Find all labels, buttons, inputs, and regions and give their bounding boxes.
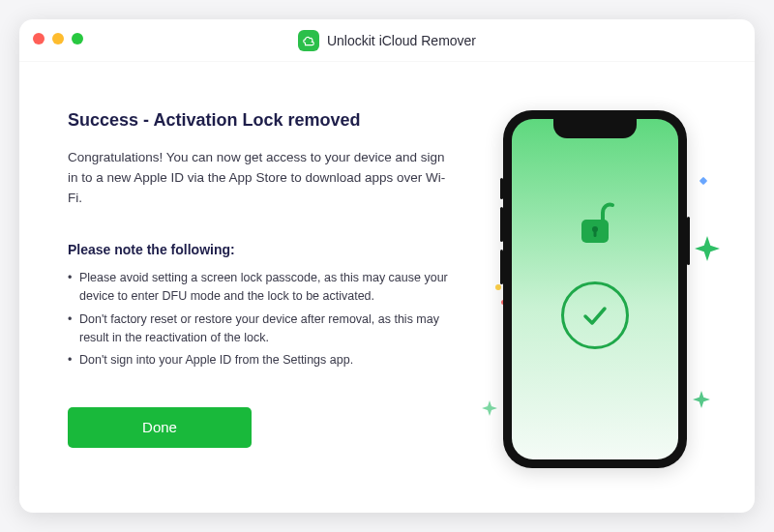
unlock-icon — [574, 200, 616, 252]
sparkle-icon — [695, 236, 720, 261]
app-logo-icon — [298, 30, 319, 51]
illustration-panel — [474, 110, 716, 474]
app-title: Unlockit iCloud Remover — [327, 33, 476, 48]
done-button[interactable]: Done — [68, 407, 252, 448]
phone-notch-icon — [553, 119, 637, 138]
page-title: Success - Activation Lock removed — [68, 110, 455, 131]
list-item: Don't factory reset or restore your devi… — [68, 310, 455, 348]
notes-list: Please avoid setting a screen lock passc… — [68, 269, 455, 374]
sparkle-icon — [482, 400, 497, 416]
list-item: Don't sign into your Apple ID from the S… — [68, 351, 455, 369]
minimize-icon[interactable] — [52, 33, 64, 44]
notes-heading: Please note the following: — [68, 242, 455, 257]
list-item: Please avoid setting a screen lock passc… — [68, 269, 455, 307]
maximize-icon[interactable] — [72, 33, 83, 44]
window-controls — [33, 33, 83, 44]
success-message: Congratulations! You can now get access … — [68, 148, 455, 209]
content-area: Success - Activation Lock removed Congra… — [19, 62, 755, 513]
phone-illustration — [503, 110, 687, 468]
titlebar: Unlockit iCloud Remover — [19, 19, 755, 62]
close-icon[interactable] — [33, 33, 45, 44]
phone-button-icon — [500, 178, 503, 199]
confetti-icon — [700, 177, 707, 185]
message-panel: Success - Activation Lock removed Congra… — [68, 110, 455, 474]
app-title-group: Unlockit iCloud Remover — [298, 30, 476, 51]
phone-button-icon — [500, 207, 503, 242]
sparkle-icon — [693, 391, 710, 408]
phone-button-icon — [500, 250, 503, 284]
phone-button-icon — [687, 217, 690, 265]
svg-rect-2 — [594, 230, 597, 237]
app-window: Unlockit iCloud Remover Success - Activa… — [19, 19, 755, 513]
phone-screen — [512, 119, 678, 459]
success-check-icon — [561, 281, 629, 349]
confetti-icon — [495, 284, 501, 290]
